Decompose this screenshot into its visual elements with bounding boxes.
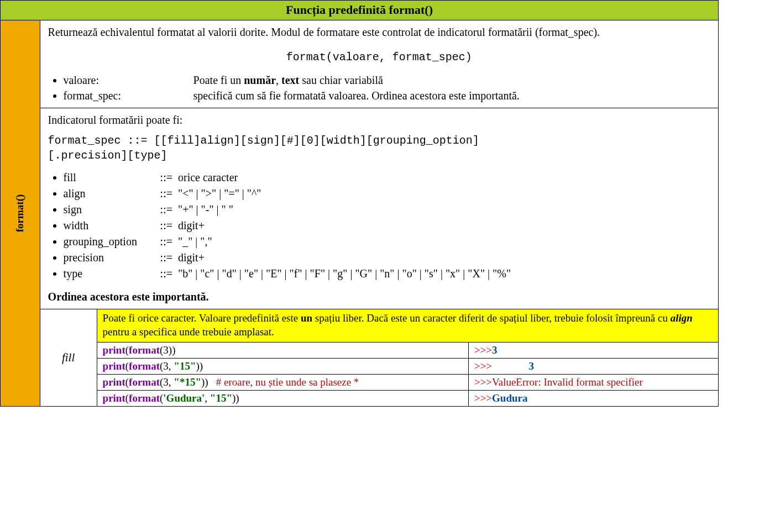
example-output: >>> 3 xyxy=(468,359,718,375)
token-align: align ::= "<" | ">" | "=" | "^" xyxy=(64,186,710,202)
example-code: print(format(3)) xyxy=(97,343,468,359)
order-note: Ordinea acestora este importantă. xyxy=(48,289,710,304)
spec-intro: Indicatorul formatării poate fi: xyxy=(48,113,710,128)
spec-cell: Indicatorul formatării poate fi: format_… xyxy=(40,108,718,309)
spec-grammar: format_spec ::= [[fill]align][sign][#][0… xyxy=(48,133,710,163)
token-grouping: grouping_option ::= "_" | "," xyxy=(64,234,710,250)
description-cell: Returnează echivalentul formatat al valo… xyxy=(40,20,718,108)
example-row-1: print(format(3)) >>>3 xyxy=(1,343,719,359)
token-width: width ::= digit+ xyxy=(64,218,710,234)
token-fill: fill ::= orice caracter xyxy=(64,170,710,186)
example-row-3: print(format(3, "*15")) # eroare, nu ști… xyxy=(1,375,719,391)
token-type: type ::= "b" | "c" | "d" | "e" | "E" | "… xyxy=(64,266,710,282)
token-list: fill ::= orice caracter align ::= "<" | … xyxy=(64,170,710,282)
param-format-spec: format_spec: specifică cum să fie format… xyxy=(64,88,710,103)
side-label: format() xyxy=(14,194,26,233)
example-code: print(format('Gudura', "15")) xyxy=(97,391,468,407)
description-intro: Returnează echivalentul formatat al valo… xyxy=(48,25,710,40)
fill-label: fill xyxy=(40,309,97,407)
example-row-4: print(format('Gudura', "15")) >>>Gudura xyxy=(1,391,719,407)
example-output: >>>3 xyxy=(468,343,718,359)
page-title: Funcția predefinită format() xyxy=(1,1,719,20)
function-signature: format(valoare, format_spec) xyxy=(48,50,710,65)
param-list: valoare: Poate fi un număr, text sau chi… xyxy=(64,72,710,103)
side-label-cell: format() xyxy=(1,20,40,407)
token-sign: sign ::= "+" | "-" | " " xyxy=(64,202,710,218)
example-row-2: print(format(3, "15")) >>> 3 xyxy=(1,359,719,375)
format-doc-table: Funcția predefinită format() format() Re… xyxy=(0,0,719,407)
example-code: print(format(3, "15")) xyxy=(97,359,468,375)
token-precision: precision ::= digit+ xyxy=(64,250,710,266)
param-valoare: valoare: Poate fi un număr, text sau chi… xyxy=(64,72,710,88)
example-code: print(format(3, "*15")) # eroare, nu ști… xyxy=(97,375,468,391)
example-output: >>>ValueError: Invalid format specifier xyxy=(468,375,718,391)
example-output: >>>Gudura xyxy=(468,391,718,407)
fill-description: Poate fi orice caracter. Valoare predefi… xyxy=(97,309,718,343)
